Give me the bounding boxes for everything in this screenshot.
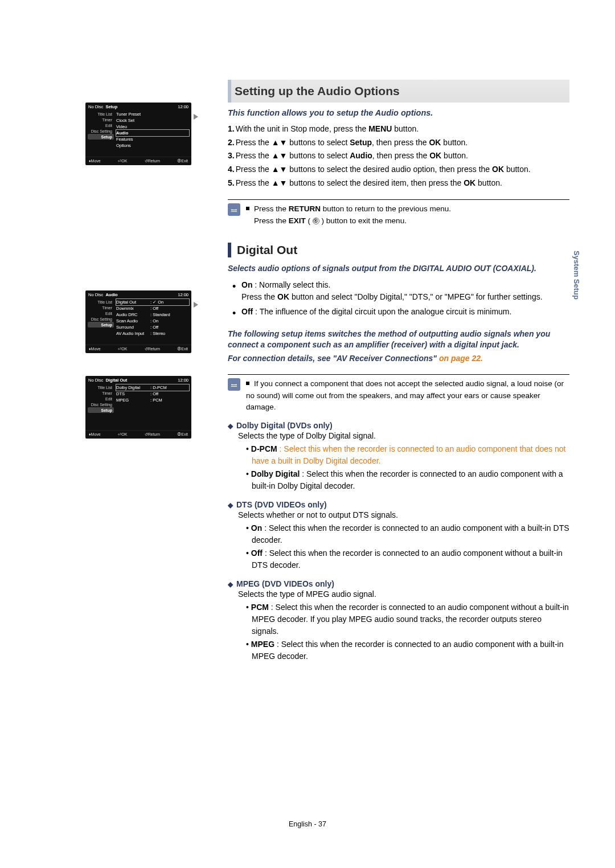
note-icon [228, 203, 240, 216]
mpeg-desc: Selects the type of MPEG audio signal. [228, 588, 569, 600]
setup-steps: 1.With the unit in Stop mode, press the … [228, 123, 569, 189]
digital-out-desc: Selects audio options of signals output … [228, 263, 569, 275]
page-footer: English - 37 [0, 820, 615, 828]
switch-para: The following setup items switches the m… [228, 329, 569, 351]
osd-screenshot-audio: No Disc Audio 12:00 Title List Timer Edi… [85, 290, 191, 353]
connection-ref: For connection details, see "AV Receiver… [228, 353, 569, 365]
note-icon [228, 378, 240, 391]
dts-options: On : Select this when the recorder is co… [228, 522, 569, 571]
dolby-desc: Selects the type of Dolby Digital signal… [228, 430, 569, 442]
warning-note: If you connect a component that does not… [228, 374, 569, 413]
side-tab: System Setup [572, 251, 581, 300]
content-column: Setting up the Audio Options This functi… [216, 80, 569, 662]
mpeg-heading: MPEG (DVD VIDEOs only) [228, 579, 569, 588]
mpeg-options: PCM : Select this when the recorder is c… [228, 601, 569, 662]
pointer-icon [194, 114, 198, 120]
dolby-options: D-PCM : Select this when the recorder is… [228, 443, 569, 492]
dts-desc: Selects whether or not to output DTS sig… [228, 509, 569, 521]
dts-heading: DTS (DVD VIDEOs only) [228, 500, 569, 509]
section-heading: Setting up the Audio Options [228, 80, 569, 103]
dolby-heading: Dolby Digital (DVDs only) [228, 421, 569, 430]
return-exit-note: Press the RETURN button to return to the… [228, 199, 569, 227]
pointer-icon [194, 302, 198, 308]
osd-screenshot-digital-out: No Disc Digital Out 12:00 Title List Tim… [85, 376, 191, 439]
on-off-list: On : Normally select this. Press the OK … [228, 279, 569, 318]
subsection-heading: Digital Out [228, 243, 569, 257]
screenshots-column: No Disc Setup 12:00 Title List Timer Edi… [85, 80, 216, 662]
osd-screenshot-setup: No Disc Setup 12:00 Title List Timer Edi… [85, 103, 191, 165]
intro-text: This function allows you to setup the Au… [228, 108, 569, 117]
